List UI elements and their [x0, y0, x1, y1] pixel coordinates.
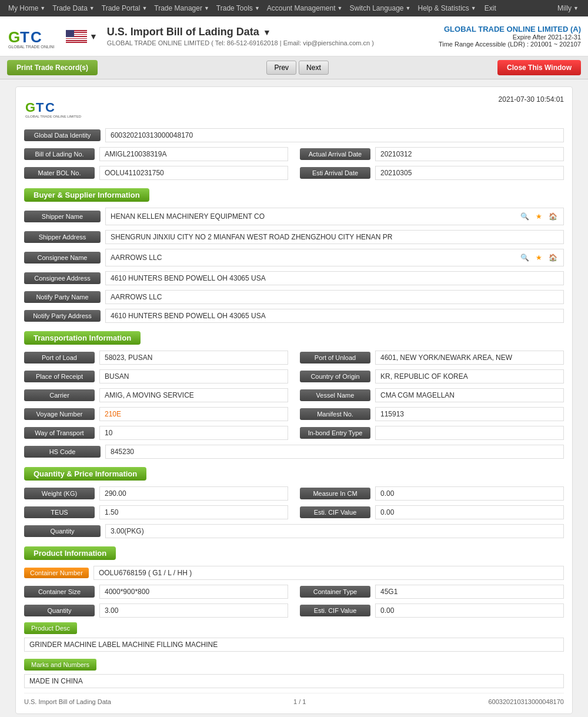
actual-arrival-label: Actual Arrival Date: [300, 148, 370, 160]
marks-row: Marks and Numbers MADE IN CHINA: [24, 654, 564, 688]
nav-switch-language[interactable]: Switch Language ▼: [346, 0, 414, 16]
esti-arrival-label: Esti Arrival Date: [300, 167, 370, 179]
nav-help-statistics-arrow: ▼: [471, 5, 476, 11]
quantity-row: Quantity 3.00(PKG): [24, 524, 564, 538]
global-data-identity-row: Global Data Identity 6003202103130000481…: [24, 128, 564, 142]
svg-text:G: G: [8, 28, 20, 46]
nav-trade-manager-arrow: ▼: [204, 5, 209, 11]
voyage-label: Voyage Number: [24, 408, 95, 420]
consignee-name-row: Consignee Name AARROWS LLC 🔍 ★ 🏠: [24, 249, 564, 266]
consignee-search-icon[interactable]: 🔍: [519, 252, 530, 264]
inbond-label: In-bond Entry Type: [300, 427, 370, 439]
measure-cm-value: 0.00: [375, 486, 564, 501]
nav-switch-language-arrow: ▼: [406, 5, 411, 11]
product-cif-label: Esti. CIF Value: [300, 605, 370, 616]
shipper-name-label: Shipper Name: [24, 211, 101, 222]
main-content: G T C GLOBAL TRADE ONLINE LIMITED 2021-0…: [6, 79, 582, 717]
quantity-value: 3.00(PKG): [105, 524, 564, 538]
consignee-name-field: AARROWS LLC 🔍 ★ 🏠: [105, 249, 564, 266]
next-button-top[interactable]: Next: [299, 61, 329, 75]
expire-date: Expire After 2021-12-31: [439, 34, 581, 41]
carrier-pair: Carrier AMIG, A MOVING SERVICE: [24, 388, 288, 402]
nav-buttons-top: Prev Next: [266, 61, 328, 75]
logo-area: G T C GLOBAL TRADE ONLINE LIMITED: [7, 22, 54, 51]
weight-label: Weight (KG): [24, 488, 95, 499]
bol-row: Bill of Lading No. AMIGL210038319A Actua…: [24, 147, 564, 161]
consignee-home-icon[interactable]: 🏠: [547, 252, 559, 264]
product-desc-row: Product Desc GRINDER MACHINE LABEL MACHI…: [24, 622, 564, 652]
global-data-identity-value: 600320210313000048170: [105, 128, 564, 142]
nav-my-home[interactable]: My Home ▼: [5, 0, 49, 16]
shipper-search-icon[interactable]: 🔍: [519, 211, 530, 222]
container-type-pair: Container Type 45G1: [300, 585, 564, 599]
container-type-label: Container Type: [300, 586, 370, 598]
container-size-pair: Container Size 4000*900*800: [24, 585, 288, 599]
record-card: G T C GLOBAL TRADE ONLINE LIMITED 2021-0…: [15, 86, 573, 714]
nav-exit[interactable]: Exit: [480, 0, 501, 16]
way-transport-row: Way of Transport 10 In-bond Entry Type: [24, 426, 564, 440]
measure-cm-pair: Measure In CM 0.00: [300, 486, 564, 501]
card-footer-right: 600320210313000048170: [489, 698, 564, 705]
record-timestamp: 2021-07-30 10:54:01: [499, 95, 564, 104]
print-button-top[interactable]: Print Trade Record(s): [7, 60, 98, 75]
manifest-label: Manifest No.: [300, 408, 370, 420]
nav-trade-data-arrow: ▼: [89, 5, 95, 11]
shipper-home-icon[interactable]: 🏠: [547, 211, 559, 222]
shipper-star-icon[interactable]: ★: [533, 211, 544, 222]
port-unload-label: Port of Unload: [300, 352, 370, 363]
shipper-address-label: Shipper Address: [24, 231, 101, 243]
nav-help-statistics[interactable]: Help & Statistics ▼: [414, 0, 479, 16]
flag-dropdown-arrow[interactable]: ▼: [89, 32, 98, 41]
nav-trade-tools[interactable]: Trade Tools ▼: [213, 0, 263, 16]
nav-trade-portal[interactable]: Trade Portal ▼: [98, 0, 151, 16]
card-footer-center: 1 / 1: [293, 698, 306, 705]
esti-cif-label: Esti. CIF Value: [300, 506, 370, 518]
product-qty-value: 3.00: [99, 603, 288, 618]
notify-address-row: Notify Party Address 4610 HUNTERS BEND P…: [24, 309, 564, 323]
nav-trade-manager[interactable]: Trade Manager ▼: [151, 0, 213, 16]
teus-label: TEUS: [24, 506, 95, 518]
title-dropdown-arrow[interactable]: ▼: [263, 28, 271, 37]
marks-btn[interactable]: Marks and Numbers: [24, 659, 96, 671]
top-toolbar: Print Trade Record(s) Prev Next Close Th…: [0, 56, 588, 79]
consignee-name-value: AARROWS LLC: [111, 254, 515, 262]
consignee-star-icon[interactable]: ★: [533, 252, 544, 264]
title-area: U.S. Import Bill of Lading Data ▼ GLOBAL…: [107, 26, 439, 46]
way-transport-value: 10: [99, 426, 288, 440]
top-navigation: My Home ▼ Trade Data ▼ Trade Portal ▼ Tr…: [0, 0, 588, 16]
actual-arrival-value: 20210312: [375, 147, 564, 161]
vessel-name-value: CMA CGM MAGELLAN: [375, 388, 564, 402]
nav-user[interactable]: Milly ▼: [553, 0, 583, 16]
actual-arrival-pair: Actual Arrival Date 20210312: [300, 147, 564, 161]
svg-text:G: G: [25, 100, 35, 115]
nav-account-management[interactable]: Account Management ▼: [263, 0, 346, 16]
nav-account-management-arrow: ▼: [338, 5, 343, 11]
prev-button-top[interactable]: Prev: [266, 61, 296, 75]
consignee-name-label: Consignee Name: [24, 252, 101, 264]
carrier-value: AMIG, A MOVING SERVICE: [99, 388, 288, 402]
esti-cif-pair: Esti. CIF Value 0.00: [300, 505, 564, 519]
inbond-value: [375, 426, 564, 440]
shipper-address-value: SHENGRUN JINXIU CITY NO 2 MIANFAN WEST R…: [105, 230, 564, 244]
container-number-btn[interactable]: Container Number: [24, 568, 89, 578]
container-number-value: OOLU6768159 ( G1 / L / HH ): [93, 566, 564, 580]
close-button-top[interactable]: Close This Window: [497, 60, 581, 75]
notify-name-label: Notify Party Name: [24, 291, 101, 303]
port-load-row: Port of Load 58023, PUSAN Port of Unload…: [24, 351, 564, 365]
mater-bol-label: Mater BOL No.: [24, 167, 95, 179]
teus-row: TEUS 1.50 Esti. CIF Value 0.00: [24, 505, 564, 519]
inbond-pair: In-bond Entry Type: [300, 426, 564, 440]
flag-area[interactable]: ▼: [66, 30, 98, 43]
product-header: Product Information: [24, 546, 116, 560]
nav-my-home-arrow: ▼: [40, 5, 45, 11]
place-receipt-row: Place of Receipt BUSAN Country of Origin…: [24, 369, 564, 383]
page-header: G T C GLOBAL TRADE ONLINE LIMITED ▼ U.S.…: [0, 16, 588, 56]
product-desc-btn[interactable]: Product Desc: [24, 622, 77, 634]
nav-trade-data[interactable]: Trade Data ▼: [49, 0, 98, 16]
time-range: Time Range Accessible (LDR) : 201001 ~ 2…: [439, 41, 581, 48]
way-transport-label: Way of Transport: [24, 427, 95, 439]
bol-pair: Bill of Lading No. AMIGL210038319A: [24, 147, 288, 161]
buyer-supplier-section: Buyer & Supplier Information Shipper Nam…: [24, 186, 564, 323]
container-number-row: Container Number OOLU6768159 ( G1 / L / …: [24, 566, 564, 580]
shipper-icons: 🔍 ★ 🏠: [519, 211, 559, 222]
